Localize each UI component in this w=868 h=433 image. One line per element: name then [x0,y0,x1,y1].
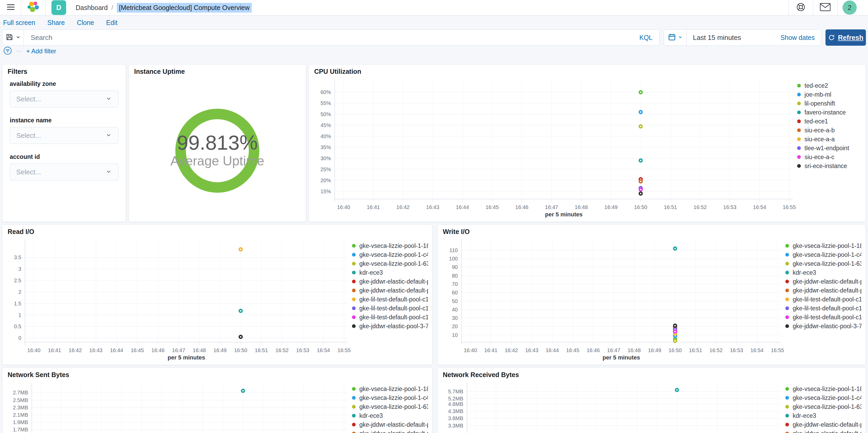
svg-text:3.3MB: 3.3MB [448,423,463,429]
legend-item[interactable]: gke-vseca-lizzie-pool-1-1877... [352,386,428,392]
help-button[interactable] [789,0,813,16]
write-io-panel: Write I/O 11010090807060504030201016:401… [437,225,866,365]
legend-item[interactable]: sri-ece-instance [797,163,862,169]
chevron-down-icon [105,132,112,139]
legend-item[interactable]: kdr-ece3 [785,269,862,276]
legend-item[interactable]: gke-vseca-lizzie-pool-1-1877... [352,242,428,249]
show-dates-button[interactable]: Show dates [774,34,821,41]
filter-field-select[interactable]: Select... [10,91,118,107]
legend-item[interactable]: gke-vseca-lizzie-pool-1-630... [785,260,862,267]
legend-item[interactable]: gke-jddwr-elastic-default-po... [352,287,428,294]
network-sent-bytes-title[interactable]: Network Sent Bytes [8,371,69,379]
quick-select-button[interactable] [664,30,687,46]
breadcrumb-dashboard-link[interactable]: Dashboard [75,4,107,11]
legend-item[interactable]: gke-vseca-lizzie-pool-1-c417... [785,395,862,401]
legend-series-label: gke-vseca-lizzie-pool-1-1877... [359,385,428,393]
read-io-title[interactable]: Read I/O [8,228,34,235]
instance-uptime-title[interactable]: Instance Uptime [134,68,185,75]
write-io-title[interactable]: Write I/O [443,228,470,235]
legend-item[interactable]: gke-jddwr-elastic-default-po... [352,422,428,428]
legend-series-dot-icon [352,324,355,328]
legend-item[interactable]: gke-lil-test-default-pool-c1e... [785,296,862,302]
legend-item[interactable]: gke-vseca-lizzie-pool-1-c417... [352,395,428,401]
svg-text:2.5MB: 2.5MB [13,397,28,403]
add-filter-button[interactable]: + Add filter [26,48,56,55]
legend-series-dot-icon [785,432,789,433]
toolbar-link-clone[interactable]: Clone [77,19,94,27]
svg-text:16:53: 16:53 [296,347,309,353]
legend-item[interactable]: siu-ece-a-c [797,154,862,160]
legend-item[interactable]: gke-lil-test-default-pool-c1e... [785,314,862,320]
svg-text:5.2MB: 5.2MB [448,396,463,402]
toolbar-link-share[interactable]: Share [47,19,65,27]
write-io-plot[interactable]: 11010090807060504030201016:4016:4116:421… [442,237,785,363]
toolbar-link-full-screen[interactable]: Full screen [3,19,35,27]
legend-item[interactable]: ted-ece2 [797,82,862,89]
legend-item[interactable]: gke-vseca-lizzie-pool-1-630... [352,404,428,410]
svg-text:16:44: 16:44 [110,347,123,353]
svg-text:1.5: 1.5 [14,301,21,307]
kql-selector[interactable]: KQL [632,34,659,41]
svg-text:16:54: 16:54 [753,204,766,210]
legend-item[interactable]: gke-jddwr-elastic-default-po... [352,278,428,285]
legend-series-dot-icon [785,271,789,275]
legend-series-label: gke-lil-test-default-pool-c1e... [793,296,862,303]
menu-hamburger-icon[interactable] [6,3,15,12]
legend-item[interactable]: lil-openshift [797,100,862,107]
legend-item[interactable]: joe-mb-ml [797,91,862,98]
legend-item[interactable]: kdr-ece3 [352,412,428,419]
filter-field-select[interactable]: Select... [10,164,118,180]
legend-item[interactable]: gke-vseca-lizzie-pool-1-c417... [785,252,862,258]
legend-item[interactable]: gke-jddwr-elastic-pool-3-74... [352,323,428,329]
newsfeed-button[interactable] [813,0,837,16]
legend-item[interactable]: favero-instance [797,109,862,116]
network-received-bytes-title[interactable]: Network Received Bytes [443,371,519,379]
uptime-gauge[interactable]: 99.813%Average Uptime [133,76,302,219]
time-range-value[interactable]: Last 15 minutes [687,34,747,42]
elastic-logo-icon[interactable] [27,1,40,15]
legend-item[interactable]: gke-vseca-lizzie-pool-1-1877... [785,242,862,249]
legend-item[interactable]: gke-jddwr-elastic-default-po... [785,422,862,428]
filter-field-select[interactable]: Select... [10,127,118,144]
legend-item[interactable]: kdr-ece3 [785,412,862,419]
legend-item[interactable]: gke-lil-test-default-pool-c1e... [352,296,428,302]
legend-item[interactable]: gke-jddwr-elastic-default-po... [785,430,862,433]
saved-query-button[interactable] [2,30,24,46]
cpu-utilization-plot[interactable]: 60%55%50%45%40%35%30%25%20%15%16:4016:41… [313,77,797,220]
legend-series-dot-icon [785,307,789,310]
refresh-button-label: Refresh [838,34,864,42]
legend-item[interactable]: gke-lil-test-default-pool-c1e... [352,314,428,320]
legend-item[interactable]: gke-jddwr-elastic-default-po... [352,430,428,433]
legend-item[interactable]: siu-ece-a-b [797,127,862,134]
page-title[interactable]: [Metricbeat Googlecloud] Compute Overvie… [117,3,251,12]
legend-item[interactable]: gke-vseca-lizzie-pool-1-1877... [785,386,862,392]
refresh-button[interactable]: Refresh [826,29,866,46]
legend-series-dot-icon [797,102,801,105]
legend-item[interactable]: gke-jddwr-elastic-default-po... [785,278,862,285]
network-sent-bytes-plot[interactable]: 2.7MB2.5MB2.3MB2.1MB1.9MB1.7MB1.5MB16:40… [6,380,352,433]
legend-item[interactable]: kdr-ece3 [352,269,428,276]
user-menu-button[interactable]: 2 [838,0,862,16]
filter-icon[interactable] [3,46,12,56]
search-input[interactable] [24,30,632,46]
read-io-plot[interactable]: 3.532.521.510.5016:4016:4116:4216:4316:4… [6,237,352,363]
legend-series-label: favero-instance [804,109,846,116]
legend-item[interactable]: gke-vseca-lizzie-pool-1-c417... [352,252,428,258]
legend-item[interactable]: tlee-w1-endpoint [797,145,862,151]
svg-text:16:52: 16:52 [710,347,722,353]
toolbar-link-edit[interactable]: Edit [106,19,117,27]
space-badge[interactable]: D [52,0,66,15]
legend-series-dot-icon [797,164,801,168]
legend-item[interactable]: gke-lil-test-default-pool-c1e... [352,305,428,311]
legend-item[interactable]: siu-ece-a-a [797,136,862,142]
legend-item[interactable]: gke-jddwr-elastic-default-po... [785,287,862,294]
legend-item[interactable]: gke-lil-test-default-pool-c1e... [785,305,862,311]
legend-series-label: siu-ece-a-a [804,136,835,143]
network-received-bytes-plot[interactable]: 5.7MB5.2MB4.8MB4.3MB3.8MB3.3MB16:4016:41… [442,380,785,433]
legend-item[interactable]: gke-vseca-lizzie-pool-1-630... [352,260,428,267]
svg-text:3: 3 [19,266,21,272]
legend-item[interactable]: ted-ece1 [797,118,862,124]
legend-item[interactable]: gke-jddwr-elastic-pool-3-74... [785,323,862,329]
cpu-utilization-title[interactable]: CPU Utilization [314,68,361,75]
legend-item[interactable]: gke-vseca-lizzie-pool-1-630... [785,404,862,410]
